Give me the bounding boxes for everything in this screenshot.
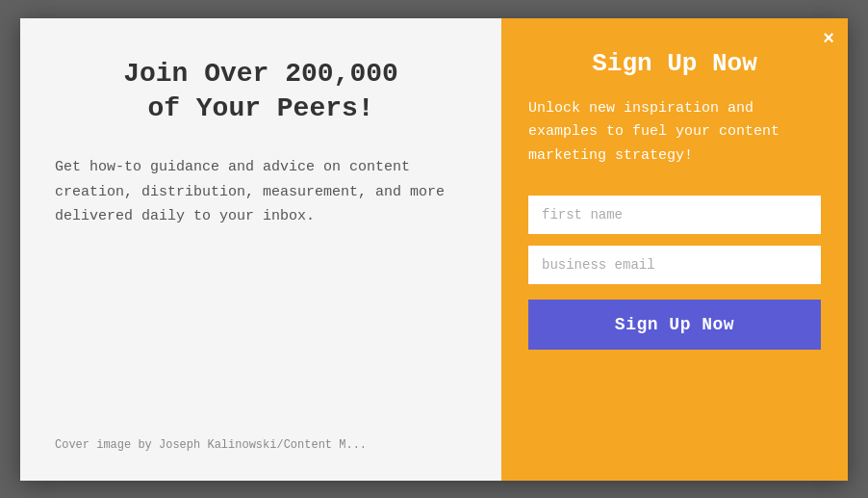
right-heading: Sign Up Now	[528, 49, 821, 78]
modal-right-panel: × Sign Up Now Unlock new inspiration and…	[501, 18, 848, 481]
title-line1: Join Over 200,000	[123, 59, 398, 89]
modal-footer-text: Cover image by Joseph Kalinowski/Content…	[55, 438, 467, 452]
signup-button[interactable]: Sign Up Now	[528, 300, 821, 350]
first-name-input[interactable]	[528, 196, 821, 234]
modal-left-panel: Join Over 200,000 of Your Peers! Get how…	[20, 18, 501, 481]
email-input[interactable]	[528, 246, 821, 284]
right-subtext: Unlock new inspiration and examples to f…	[528, 97, 821, 169]
modal-overlay: Join Over 200,000 of Your Peers! Get how…	[0, 0, 868, 498]
close-button[interactable]: ×	[823, 28, 834, 47]
modal-title: Join Over 200,000 of Your Peers!	[55, 57, 467, 127]
modal-description: Get how-to guidance and advice on conten…	[55, 155, 467, 229]
modal-container: Join Over 200,000 of Your Peers! Get how…	[20, 18, 848, 481]
title-line2: of Your Peers!	[147, 93, 373, 123]
modal-left-top: Join Over 200,000 of Your Peers! Get how…	[55, 57, 467, 229]
